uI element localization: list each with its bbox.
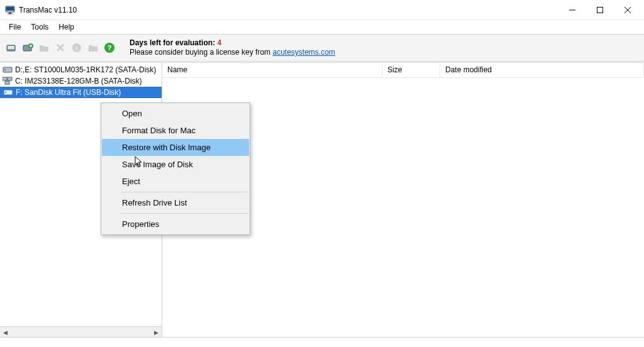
drive-row-d-e[interactable]: D:,E: ST1000LM035-1RK172 (SATA-Disk) bbox=[0, 64, 162, 75]
usb-drive-icon bbox=[3, 87, 13, 97]
license-link[interactable]: acutesystems.com bbox=[272, 48, 335, 57]
drive-label: D:,E: ST1000LM035-1RK172 (SATA-Disk) bbox=[15, 65, 156, 74]
horizontal-scrollbar[interactable]: ◀ ▶ bbox=[0, 326, 162, 337]
drive-row-f[interactable]: F: SanDisk Ultra Fit (USB-Disk) bbox=[0, 87, 162, 98]
svg-rect-5 bbox=[597, 7, 603, 13]
minimize-button[interactable] bbox=[558, 1, 586, 19]
eval-days: 4 bbox=[217, 38, 221, 47]
help-icon[interactable]: ? bbox=[102, 40, 117, 55]
context-eject[interactable]: Eject bbox=[102, 173, 249, 190]
work-area: D:,E: ST1000LM035-1RK172 (SATA-Disk) C: … bbox=[0, 62, 644, 337]
new-folder-icon bbox=[86, 40, 101, 55]
svg-rect-3 bbox=[8, 13, 13, 14]
app-monitor-icon bbox=[5, 5, 15, 15]
eval-prefix: Days left for evaluation: bbox=[130, 38, 217, 47]
menu-help[interactable]: Help bbox=[53, 21, 79, 33]
drive-row-c[interactable]: C: IM2S3138E-128GM-B (SATA-Disk) bbox=[0, 75, 162, 87]
drive-label: F: SanDisk Ultra Fit (USB-Disk) bbox=[16, 88, 121, 97]
context-menu-separator bbox=[121, 192, 248, 192]
toolbar: i ? Days left for evaluation: 4 Please c… bbox=[0, 34, 644, 62]
column-headers: Name Size Date modified bbox=[162, 63, 644, 78]
column-header-size[interactable]: Size bbox=[382, 63, 440, 77]
svg-rect-24 bbox=[5, 81, 9, 84]
context-refresh-drive-list[interactable]: Refresh Drive List bbox=[102, 194, 249, 211]
evaluation-notice: Days left for evaluation: 4 Please consi… bbox=[130, 38, 335, 57]
svg-rect-22 bbox=[3, 77, 7, 80]
scroll-right-button[interactable]: ▶ bbox=[151, 327, 162, 337]
drive-context-menu: Open Format Disk for Mac Restore with Di… bbox=[101, 102, 250, 235]
close-button[interactable] bbox=[614, 1, 641, 19]
add-drive-icon[interactable] bbox=[20, 40, 35, 55]
scroll-track[interactable] bbox=[11, 327, 151, 337]
titlebar: TransMac v11.10 bbox=[0, 0, 644, 20]
context-properties[interactable]: Properties bbox=[102, 216, 249, 233]
scroll-left-button[interactable]: ◀ bbox=[0, 327, 11, 337]
hdd-icon bbox=[3, 65, 13, 75]
menu-tools[interactable]: Tools bbox=[26, 21, 53, 33]
open-drive-icon[interactable] bbox=[4, 40, 19, 55]
svg-rect-9 bbox=[8, 46, 14, 49]
context-menu-separator bbox=[121, 213, 248, 214]
status-bar bbox=[0, 337, 644, 347]
window-controls bbox=[558, 1, 641, 19]
window-title: TransMac v11.10 bbox=[19, 6, 77, 14]
context-open[interactable]: Open bbox=[102, 105, 249, 122]
eval-line2-prefix: Please consider buying a license key fro… bbox=[130, 48, 272, 57]
menu-file[interactable]: File bbox=[4, 21, 26, 33]
svg-point-26 bbox=[5, 92, 6, 93]
context-save-image-of-disk[interactable]: Save Image of Disk bbox=[102, 156, 249, 173]
toolbar-icons: i ? bbox=[4, 40, 118, 55]
drive-label: C: IM2S3138E-128GM-B (SATA-Disk) bbox=[15, 77, 142, 85]
folder-icon bbox=[36, 40, 52, 55]
maximize-button[interactable] bbox=[586, 1, 614, 19]
svg-point-21 bbox=[4, 69, 6, 70]
delete-x-icon bbox=[53, 40, 68, 55]
info-icon: i bbox=[69, 40, 84, 55]
hdd-partition-icon bbox=[3, 76, 13, 86]
svg-rect-23 bbox=[8, 77, 12, 80]
context-format-disk[interactable]: Format Disk for Mac bbox=[102, 122, 249, 139]
column-header-date[interactable]: Date modified bbox=[440, 63, 644, 77]
svg-text:?: ? bbox=[108, 44, 112, 52]
drive-list: D:,E: ST1000LM035-1RK172 (SATA-Disk) C: … bbox=[0, 63, 162, 99]
column-header-name[interactable]: Name bbox=[162, 63, 382, 77]
svg-text:i: i bbox=[76, 45, 78, 52]
menubar: File Tools Help bbox=[0, 20, 644, 34]
context-restore-disk-image[interactable]: Restore with Disk Image bbox=[102, 139, 249, 156]
svg-rect-2 bbox=[9, 13, 11, 14]
svg-rect-1 bbox=[6, 7, 14, 11]
